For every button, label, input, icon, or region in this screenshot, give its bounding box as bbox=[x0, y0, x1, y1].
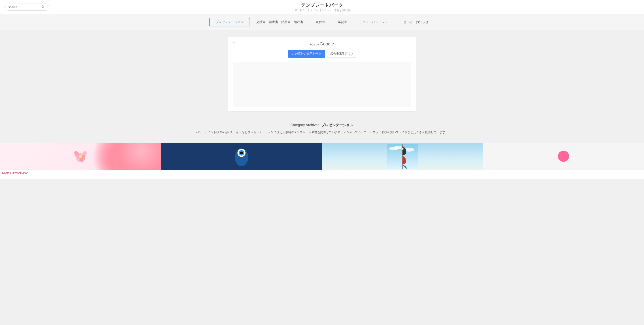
template-grid: Name of Presentation bbox=[0, 138, 644, 179]
main-navigation: プレゼンテーション 見積書・請求書・納品書・領収書 送付状 年賀状 チラシ・パン… bbox=[0, 14, 644, 30]
nav-item-estimate[interactable]: 見積書・請求書・納品書・領収書 bbox=[250, 18, 310, 27]
template-card-img-dark bbox=[161, 143, 322, 170]
ad-placeholder bbox=[233, 62, 411, 107]
card-label-last bbox=[483, 170, 644, 179]
nav-item-howto[interactable]: 使い方・お知らせ bbox=[397, 18, 435, 27]
nav-item-cover[interactable]: 送付状 bbox=[310, 18, 332, 27]
card-label-flowers: Name of Presentation bbox=[0, 170, 161, 179]
ad-back-button[interactable]: ← bbox=[232, 41, 236, 45]
site-header: テンプレートパーク 仕事に役立つテンプレートやテーマの素材を無料提供 bbox=[0, 0, 644, 14]
template-card-koinobori-sky[interactable] bbox=[322, 143, 483, 179]
site-title: テンプレートパーク bbox=[292, 2, 352, 8]
card-label-koinobori-dark bbox=[161, 170, 322, 179]
google-text: Google bbox=[320, 42, 334, 46]
last-background bbox=[483, 143, 644, 170]
ads-by-text: Ads by bbox=[310, 43, 320, 46]
header-center: テンプレートパーク 仕事に役立つテンプレートやテーマの素材を無料提供 bbox=[292, 2, 352, 12]
category-section: Category Archives: プレゼンテーション パワーポイントや Go… bbox=[0, 116, 644, 138]
koinobori-dark-background bbox=[161, 143, 322, 170]
template-card-img-last bbox=[483, 143, 644, 170]
info-icon: i bbox=[349, 52, 353, 56]
koi-sky-svg bbox=[387, 144, 418, 169]
ad-label: Ads by Google bbox=[233, 42, 411, 47]
template-card-flowers[interactable]: Name of Presentation bbox=[0, 143, 161, 179]
category-archive-prefix: Category Archives: bbox=[290, 123, 322, 127]
search-button[interactable] bbox=[41, 5, 44, 9]
search-input[interactable] bbox=[8, 5, 41, 9]
search-box[interactable] bbox=[4, 4, 49, 11]
card-label-koinobori-sky bbox=[322, 170, 483, 179]
svg-point-12 bbox=[240, 152, 243, 154]
ad-section: ← Ads by Google この広告の表示を停止 広告表示設定 i bbox=[0, 30, 644, 116]
category-archive-name: プレゼンテーション bbox=[321, 123, 354, 127]
template-card-img-flowers bbox=[0, 143, 161, 170]
template-card-last[interactable] bbox=[483, 143, 644, 179]
nav-item-presentation[interactable]: プレゼンテーション bbox=[209, 18, 250, 27]
svg-point-15 bbox=[394, 146, 402, 149]
flower-decoration bbox=[64, 143, 161, 170]
category-title: Category Archives: プレゼンテーション bbox=[4, 123, 640, 128]
category-description: パワーポイントや Google スライドなどプレゼンテーションに使える無料のテン… bbox=[188, 130, 456, 135]
koi-svg bbox=[230, 145, 253, 167]
ad-settings-button[interactable]: 広告表示設定 i bbox=[327, 50, 356, 58]
flowers-background bbox=[0, 143, 161, 170]
template-card-koinobori-dark[interactable] bbox=[161, 143, 322, 179]
ad-controls: この広告の表示を停止 広告表示設定 i bbox=[233, 50, 411, 58]
nav-item-flyer[interactable]: チラシ・パンフレット bbox=[353, 18, 397, 27]
ad-stop-button[interactable]: この広告の表示を停止 bbox=[288, 50, 325, 58]
site-subtitle: 仕事に役立つテンプレートやテーマの素材を無料提供 bbox=[292, 9, 352, 12]
nav-item-newyear[interactable]: 年賀状 bbox=[332, 18, 353, 27]
svg-line-1 bbox=[44, 8, 44, 8]
koinobori-sky-background bbox=[322, 143, 483, 170]
svg-point-19 bbox=[402, 148, 404, 150]
pink-circle bbox=[558, 151, 569, 162]
ad-container: ← Ads by Google この広告の表示を停止 広告表示設定 i bbox=[228, 37, 416, 112]
template-card-img-sky bbox=[322, 143, 483, 170]
